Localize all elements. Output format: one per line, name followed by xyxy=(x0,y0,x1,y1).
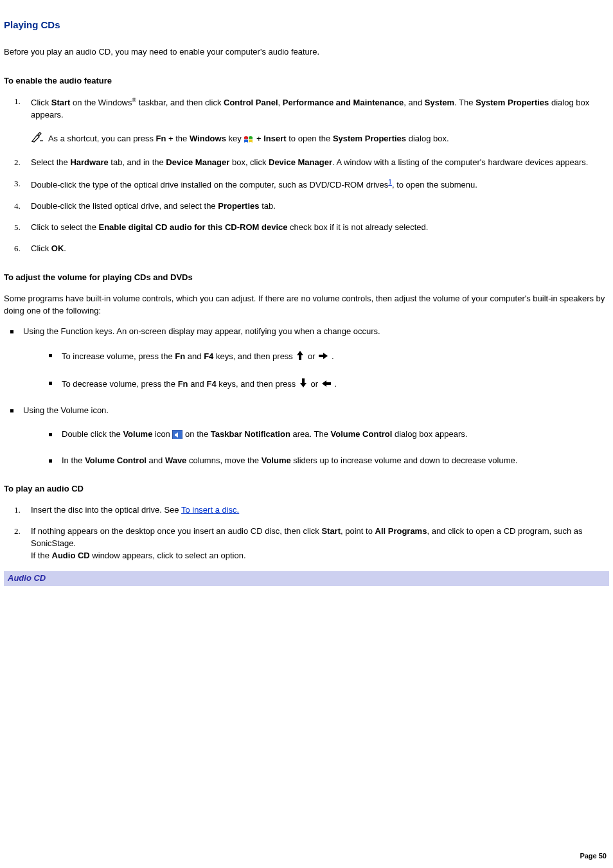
fn-key-sublist: To increase volume, press the Fn and F4 … xyxy=(42,350,609,391)
heading-adjust-volume: To adjust the volume for playing CDs and… xyxy=(4,272,609,284)
shortcut-note: As a shortcut, you can press Fn + the Wi… xyxy=(31,132,609,146)
page-title: Playing CDs xyxy=(4,18,609,32)
sub-double-click-volume: Double click the Volume icon on the Task… xyxy=(42,429,609,441)
enable-audio-steps: 1. Click Start on the Windows® taskbar, … xyxy=(28,96,609,254)
volume-methods-list: Using the Function keys. An on-screen di… xyxy=(4,326,609,466)
step-4: 4. Double-click the listed optical drive… xyxy=(28,200,609,213)
step-number: 1. xyxy=(14,96,21,108)
step-3: 3. Double-click the type of the optical … xyxy=(28,178,609,191)
arrow-right-icon xyxy=(317,351,329,361)
step-5: 5. Click to select the Enable digital CD… xyxy=(28,222,609,234)
pencil-note-icon xyxy=(31,132,44,146)
heading-enable-audio: To enable the audio feature xyxy=(4,75,609,87)
heading-play-cd: To play an audio CD xyxy=(4,483,609,495)
page-number: Page 50 xyxy=(580,851,607,862)
sub-increase-volume: To increase volume, press the Fn and F4 … xyxy=(42,350,609,363)
adjust-volume-intro: Some programs have built-in volume contr… xyxy=(4,293,609,317)
step-2: 2. Select the Hardware tab, and in the D… xyxy=(28,157,609,169)
step-number: 2. xyxy=(14,157,21,169)
step-text: Select the Hardware tab, and in the Devi… xyxy=(31,157,588,167)
windows-key-icon xyxy=(244,135,254,144)
step-text: Double-click the type of the optical dri… xyxy=(31,180,477,190)
step-text: If nothing appears on the desktop once y… xyxy=(31,526,582,560)
step-text: Click OK. xyxy=(31,244,66,253)
volume-icon-sublist: Double click the Volume icon on the Task… xyxy=(42,429,609,467)
step-text: Insert the disc into the optical drive. … xyxy=(31,505,239,515)
play-step-1: 1. Insert the disc into the optical driv… xyxy=(28,504,609,517)
figure-caption-audio-cd: Audio CD xyxy=(4,571,609,586)
bullet-function-keys: Using the Function keys. An on-screen di… xyxy=(4,326,609,391)
step-number: 4. xyxy=(14,200,21,213)
arrow-up-icon xyxy=(295,350,305,361)
play-cd-steps: 1. Insert the disc into the optical driv… xyxy=(28,504,609,562)
step-text: Double-click the listed optical drive, a… xyxy=(31,201,276,211)
arrow-down-icon xyxy=(298,377,308,389)
sub-volume-sliders: In the Volume Control and Wave columns, … xyxy=(42,455,609,467)
step-6: 6. Click OK. xyxy=(28,243,609,255)
insert-disc-link[interactable]: To insert a disc. xyxy=(181,505,239,515)
sub-decrease-volume: To decrease volume, press the Fn and F4 … xyxy=(42,377,609,391)
step-number: 2. xyxy=(14,526,21,538)
step-text: Click Start on the Windows® taskbar, and… xyxy=(31,98,589,120)
intro-paragraph: Before you play an audio CD, you may nee… xyxy=(4,46,609,58)
bullet-volume-icon: Using the Volume icon. Double click the … xyxy=(4,405,609,467)
arrow-left-icon xyxy=(321,378,332,389)
step-1: 1. Click Start on the Windows® taskbar, … xyxy=(28,96,609,146)
document-page: Playing CDs Before you play an audio CD,… xyxy=(0,0,613,868)
step-number: 6. xyxy=(14,243,21,255)
volume-taskbar-icon xyxy=(172,430,182,439)
step-number: 3. xyxy=(14,178,21,190)
step-number: 5. xyxy=(14,222,21,234)
step-text: Click to select the Enable digital CD au… xyxy=(31,222,428,232)
play-step-2: 2. If nothing appears on the desktop onc… xyxy=(28,526,609,562)
step-number: 1. xyxy=(14,504,21,517)
